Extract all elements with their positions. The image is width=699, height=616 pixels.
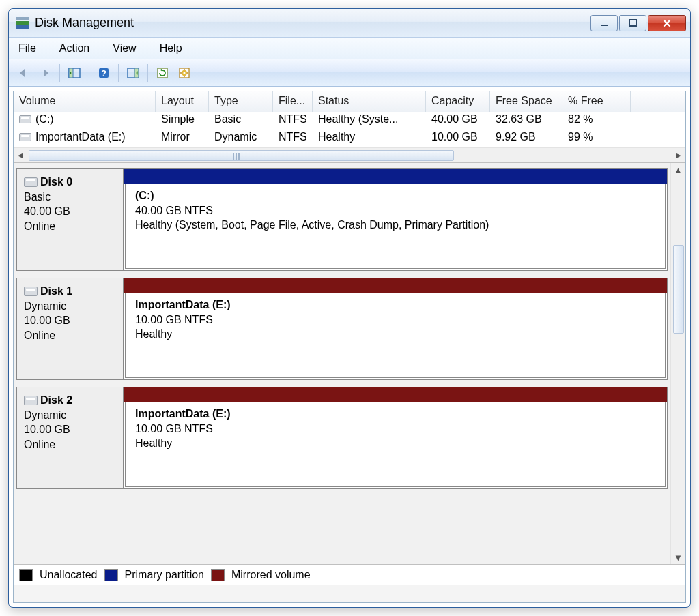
partition-status: Healthy xyxy=(135,436,655,451)
disk-graphical-view: Disk 0 Basic 40.00 GB Online (C:) 40.00 … xyxy=(14,163,685,564)
disk-info: Disk 1 Dynamic 10.00 GB Online xyxy=(17,278,124,379)
disk-info: Disk 2 Dynamic 10.00 GB Online xyxy=(17,387,124,488)
volume-fs: NTFS xyxy=(273,112,313,130)
col-header-volume[interactable]: Volume xyxy=(14,91,156,112)
close-button[interactable] xyxy=(648,15,686,31)
volume-name: (C:) xyxy=(35,113,54,125)
volume-icon xyxy=(19,115,31,123)
show-hide-action-pane-button[interactable] xyxy=(123,63,143,83)
disk-size: 10.00 GB xyxy=(24,422,116,437)
volume-fs: NTFS xyxy=(273,130,313,147)
minimize-button[interactable] xyxy=(590,15,618,31)
disk-state: Online xyxy=(24,219,116,234)
window-title: Disk Management xyxy=(35,16,589,30)
legend-swatch-mirror xyxy=(211,569,225,581)
forward-button[interactable] xyxy=(35,63,55,83)
app-icon xyxy=(16,17,29,29)
scroll-down-icon[interactable]: ▼ xyxy=(672,551,685,564)
scroll-up-icon[interactable]: ▲ xyxy=(672,163,685,177)
volume-row[interactable]: (C:) Simple Basic NTFS Healthy (Syste...… xyxy=(14,112,685,130)
back-button[interactable] xyxy=(13,63,33,83)
disk-name: Disk 0 xyxy=(40,176,72,188)
volume-type: Basic xyxy=(209,112,273,130)
volume-hscrollbar[interactable]: ◄ ► xyxy=(14,147,685,162)
partition-color-stripe xyxy=(124,169,667,184)
show-hide-console-tree-button[interactable] xyxy=(64,63,85,83)
volume-capacity: 40.00 GB xyxy=(426,112,490,130)
col-header-freespace[interactable]: Free Space xyxy=(490,91,562,112)
scroll-thumb[interactable] xyxy=(673,245,684,334)
volume-row[interactable]: ImportantData (E:) Mirror Dynamic NTFS H… xyxy=(14,130,685,147)
disk-name: Disk 1 xyxy=(40,285,72,297)
col-header-capacity[interactable]: Capacity xyxy=(426,91,490,112)
menu-view[interactable]: View xyxy=(109,41,140,56)
disk-type: Basic xyxy=(24,190,116,205)
disk-info: Disk 0 Basic 40.00 GB Online xyxy=(17,169,124,270)
col-header-type[interactable]: Type xyxy=(209,91,273,112)
volume-list: Volume Layout Type File... Status Capaci… xyxy=(14,91,685,163)
partition-block[interactable]: (C:) 40.00 GB NTFS Healthy (System, Boot… xyxy=(124,169,667,270)
menu-bar: File Action View Help xyxy=(9,38,690,59)
toolbar: ? xyxy=(9,59,690,87)
volume-type: Dynamic xyxy=(209,130,273,147)
help-button[interactable]: ? xyxy=(94,63,114,83)
volume-name: ImportantData (E:) xyxy=(35,131,126,143)
disk-icon xyxy=(24,177,38,187)
window-controls xyxy=(589,15,686,31)
partition-status: Healthy xyxy=(135,327,655,342)
disk-vscrollbar[interactable]: ▲ ▼ xyxy=(670,163,685,564)
volume-icon xyxy=(19,133,31,141)
col-header-pctfree[interactable]: % Free xyxy=(562,91,631,112)
status-bar xyxy=(14,585,685,602)
partition-color-stripe xyxy=(124,387,667,402)
partition-block[interactable]: ImportantData (E:) 10.00 GB NTFS Healthy xyxy=(124,387,667,488)
content-area: Volume Layout Type File... Status Capaci… xyxy=(13,91,686,603)
title-bar: Disk Management xyxy=(9,9,690,38)
settings-button[interactable] xyxy=(174,63,195,83)
menu-help[interactable]: Help xyxy=(156,41,186,56)
disk-name: Disk 2 xyxy=(40,394,72,406)
disk-size: 10.00 GB xyxy=(24,313,116,328)
volume-layout: Simple xyxy=(156,112,209,130)
col-header-status[interactable]: Status xyxy=(313,91,426,112)
col-header-filesystem[interactable]: File... xyxy=(273,91,313,112)
disk-row[interactable]: Disk 1 Dynamic 10.00 GB Online Important… xyxy=(16,278,668,380)
toolbar-separator xyxy=(89,64,89,82)
toolbar-separator xyxy=(147,64,148,82)
svg-rect-1 xyxy=(629,20,636,26)
volume-pctfree: 82 % xyxy=(562,112,631,130)
partition-title: ImportantData (E:) xyxy=(135,407,655,422)
refresh-button[interactable] xyxy=(152,63,173,83)
partition-color-stripe xyxy=(124,278,667,293)
disk-size: 40.00 GB xyxy=(24,204,116,219)
volume-status: Healthy xyxy=(313,130,426,147)
toolbar-separator xyxy=(118,64,119,82)
legend-swatch-unallocated xyxy=(19,569,33,581)
partition-title: ImportantData (E:) xyxy=(135,297,655,312)
svg-point-11 xyxy=(183,72,185,74)
scroll-thumb[interactable] xyxy=(29,150,454,161)
volume-free: 32.63 GB xyxy=(490,112,562,130)
disk-state: Online xyxy=(24,437,116,452)
disk-row[interactable]: Disk 0 Basic 40.00 GB Online (C:) 40.00 … xyxy=(16,168,668,271)
menu-action[interactable]: Action xyxy=(55,41,94,56)
disk-type: Dynamic xyxy=(24,299,116,314)
disk-icon xyxy=(24,287,38,296)
disk-type: Dynamic xyxy=(24,408,116,423)
partition-block[interactable]: ImportantData (E:) 10.00 GB NTFS Healthy xyxy=(124,278,667,379)
partition-size: 10.00 GB NTFS xyxy=(135,422,655,437)
legend-swatch-primary xyxy=(104,569,118,581)
volume-capacity: 10.00 GB xyxy=(426,130,490,147)
menu-file[interactable]: File xyxy=(14,41,40,56)
partition-status: Healthy (System, Boot, Page File, Active… xyxy=(135,218,655,233)
partition-title: (C:) xyxy=(135,188,655,203)
disk-state: Online xyxy=(24,328,116,343)
scroll-left-icon[interactable]: ◄ xyxy=(14,149,27,162)
svg-text:?: ? xyxy=(101,68,106,78)
maximize-button[interactable] xyxy=(619,15,646,31)
scroll-right-icon[interactable]: ► xyxy=(672,149,685,162)
legend-label-mirror: Mirrored volume xyxy=(231,569,311,581)
disk-row[interactable]: Disk 2 Dynamic 10.00 GB Online Important… xyxy=(16,387,668,489)
col-header-layout[interactable]: Layout xyxy=(156,91,209,112)
legend: Unallocated Primary partition Mirrored v… xyxy=(14,564,685,585)
